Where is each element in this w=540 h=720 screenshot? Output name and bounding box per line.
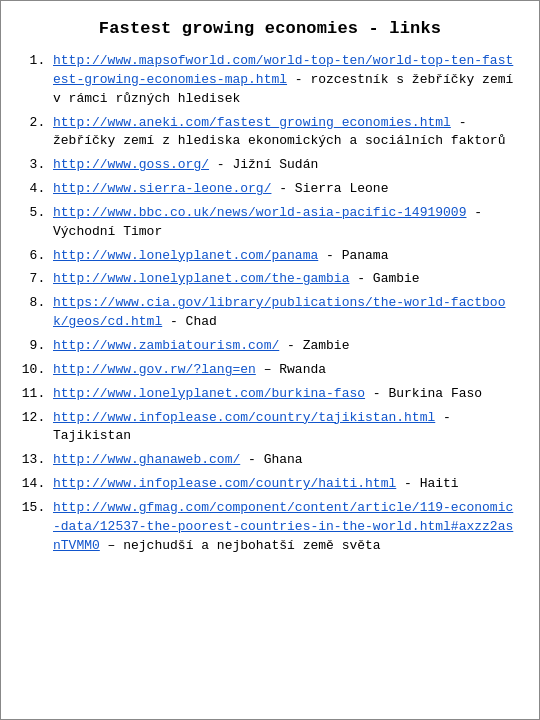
- list-item: http://www.gfmag.com/component/content/a…: [53, 499, 515, 556]
- list-item: https://www.cia.gov/library/publications…: [53, 294, 515, 332]
- link-url[interactable]: http://www.lonelyplanet.com/the-gambia: [53, 271, 349, 286]
- page: Fastest growing economies - links http:/…: [0, 0, 540, 720]
- links-list: http://www.mapsofworld.com/world-top-ten…: [25, 52, 515, 555]
- link-desc: - Ghana: [240, 452, 302, 467]
- link-desc: - Gambie: [349, 271, 419, 286]
- list-item: http://www.gov.rw/?lang=en – Rwanda: [53, 361, 515, 380]
- list-item: http://www.goss.org/ - Jižní Sudán: [53, 156, 515, 175]
- list-item: http://www.lonelyplanet.com/the-gambia -…: [53, 270, 515, 289]
- link-url[interactable]: http://www.goss.org/: [53, 157, 209, 172]
- link-url[interactable]: http://www.aneki.com/fastest_growing_eco…: [53, 115, 451, 130]
- link-url[interactable]: http://www.infoplease.com/country/haiti.…: [53, 476, 396, 491]
- link-url[interactable]: http://www.zambiatourism.com/: [53, 338, 279, 353]
- link-desc: - Panama: [318, 248, 388, 263]
- link-url[interactable]: http://www.bbc.co.uk/news/world-asia-pac…: [53, 205, 466, 220]
- list-item: http://www.infoplease.com/country/tajiki…: [53, 409, 515, 447]
- link-url[interactable]: http://www.lonelyplanet.com/panama: [53, 248, 318, 263]
- link-desc: - Zambie: [279, 338, 349, 353]
- link-url[interactable]: http://www.ghanaweb.com/: [53, 452, 240, 467]
- link-desc: – Rwanda: [256, 362, 326, 377]
- list-item: http://www.infoplease.com/country/haiti.…: [53, 475, 515, 494]
- list-item: http://www.sierra-leone.org/ - Sierra Le…: [53, 180, 515, 199]
- page-title: Fastest growing economies - links: [25, 19, 515, 38]
- list-item: http://www.lonelyplanet.com/panama - Pan…: [53, 247, 515, 266]
- link-url[interactable]: http://www.lonelyplanet.com/burkina-faso: [53, 386, 365, 401]
- link-desc: - Sierra Leone: [271, 181, 388, 196]
- link-desc: - Jižní Sudán: [209, 157, 318, 172]
- list-item: http://www.bbc.co.uk/news/world-asia-pac…: [53, 204, 515, 242]
- list-item: http://www.zambiatourism.com/ - Zambie: [53, 337, 515, 356]
- link-url[interactable]: https://www.cia.gov/library/publications…: [53, 295, 505, 329]
- link-desc: - Burkina Faso: [365, 386, 482, 401]
- link-desc: – nejchudší a nejbohatší země světa: [100, 538, 381, 553]
- link-url[interactable]: http://www.gov.rw/?lang=en: [53, 362, 256, 377]
- link-url[interactable]: http://www.sierra-leone.org/: [53, 181, 271, 196]
- link-url[interactable]: http://www.infoplease.com/country/tajiki…: [53, 410, 435, 425]
- link-desc: - Haiti: [396, 476, 458, 491]
- list-item: http://www.lonelyplanet.com/burkina-faso…: [53, 385, 515, 404]
- list-item: http://www.aneki.com/fastest_growing_eco…: [53, 114, 515, 152]
- list-item: http://www.mapsofworld.com/world-top-ten…: [53, 52, 515, 109]
- list-item: http://www.ghanaweb.com/ - Ghana: [53, 451, 515, 470]
- link-desc: - Chad: [162, 314, 217, 329]
